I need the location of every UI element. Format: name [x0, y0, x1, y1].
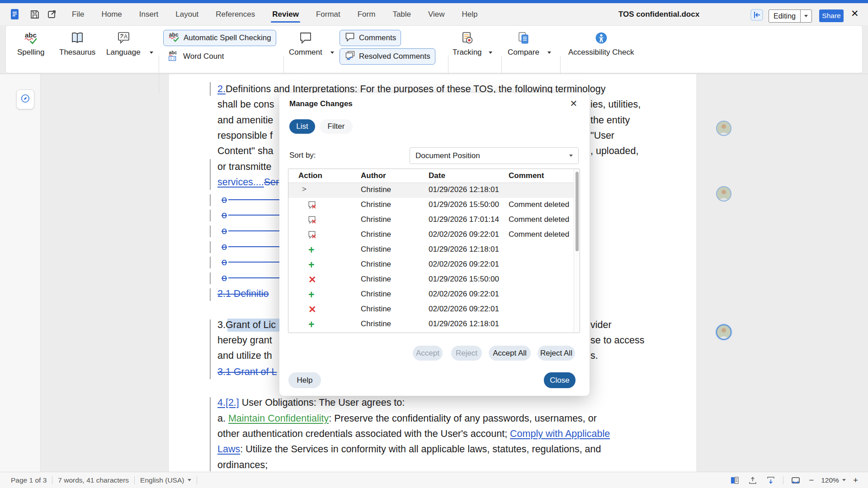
sort-by-select[interactable]: Document Position	[410, 147, 579, 164]
accept-all-button[interactable]: Accept All	[489, 346, 531, 361]
comment-deleted-icon	[307, 215, 317, 227]
change-row[interactable]: + Christine02/02/2026 09:22:01	[288, 287, 576, 302]
menu-bar: File Home Insert Layout References Revie…	[0, 3, 868, 25]
document-line-fragment: se to access	[590, 334, 645, 347]
tab-list[interactable]: List	[289, 119, 315, 134]
menu-review[interactable]: Review	[264, 3, 307, 25]
insertion-icon: +	[308, 245, 314, 255]
document-line: other authentication credentials associa…	[217, 427, 610, 440]
close-button[interactable]: Close	[544, 372, 576, 388]
document-line-fragment: ies, utilities,	[590, 98, 641, 111]
word-count-indicator[interactable]: 7 words, 41 characters	[58, 476, 129, 484]
document-line: shall be cons	[217, 98, 274, 111]
dialog-close-icon[interactable]: ✕	[568, 98, 580, 109]
comment-avatar[interactable]	[716, 186, 731, 202]
change-row[interactable]: + Christine01/29/2026 12:18:01	[288, 317, 576, 332]
document-line-fragment: s.	[590, 349, 598, 362]
document-line: and utilize th	[217, 349, 272, 362]
change-bar	[210, 82, 211, 96]
help-button[interactable]: Help	[288, 372, 321, 388]
manage-changes-dialog: Manage Changes ✕ List Filter Sort by: Do…	[279, 93, 590, 396]
accept-button[interactable]: Accept	[413, 346, 443, 361]
comment-avatar[interactable]	[716, 121, 731, 136]
svg-text:1 2: 1 2	[170, 56, 175, 61]
reject-button[interactable]: Reject	[451, 346, 482, 361]
fit-page-icon[interactable]	[746, 474, 760, 486]
page-indicator[interactable]: Page 1 of 3	[11, 476, 47, 484]
change-row[interactable]: ✕ Christine01/29/2026 15:50:00	[288, 272, 576, 287]
change-row[interactable]: > Christine01/29/2026 12:18:01	[288, 183, 576, 198]
svg-text:A: A	[124, 33, 127, 40]
language-button[interactable]: A Language	[106, 31, 141, 57]
save-icon[interactable]	[30, 9, 40, 21]
change-row[interactable]: + Christine02/02/2026 09:22:01	[288, 258, 576, 272]
change-row[interactable]: + Christine01/29/2026 12:18:01	[288, 243, 576, 258]
resolved-comments-icon	[344, 50, 355, 63]
editing-mode-dropdown[interactable]	[800, 10, 811, 22]
fit-to-width-icon[interactable]	[789, 474, 802, 486]
comment-deleted-icon	[307, 230, 317, 242]
word-count-button[interactable]: abc1 2 Word Count	[163, 48, 228, 65]
comment-button[interactable]: Comment	[289, 31, 322, 57]
comments-toggle[interactable]: Comments	[340, 30, 401, 46]
menu-view[interactable]: View	[420, 3, 453, 25]
menu-home[interactable]: Home	[93, 3, 130, 25]
document-line: and amenitie	[217, 114, 273, 127]
deleted-bullet: o	[222, 193, 227, 206]
select-caret-icon	[569, 155, 573, 157]
thesaurus-button[interactable]: Thesaurus	[59, 31, 95, 57]
compare-button[interactable]: Compare	[508, 31, 539, 57]
deleted-bullet: o	[222, 240, 227, 253]
tracking-button[interactable]: Tracking	[453, 31, 482, 57]
tab-filter[interactable]: Filter	[320, 119, 353, 134]
compare-dropdown-icon[interactable]	[547, 47, 551, 56]
review-toolbar: abc Spelling Thesaurus A Language abc Au…	[5, 25, 863, 73]
language-dropdown-icon[interactable]	[150, 47, 153, 56]
language-caret-icon[interactable]	[188, 479, 191, 481]
table-scrollbar[interactable]	[574, 169, 580, 333]
menu-table[interactable]: Table	[384, 3, 420, 25]
deletion-icon: ✕	[308, 305, 316, 314]
menu-file[interactable]: File	[63, 3, 93, 25]
accessibility-check-button[interactable]: Accessibility Check	[568, 31, 634, 57]
fit-width-icon[interactable]	[764, 474, 778, 486]
deleted-bullet: o	[222, 272, 227, 284]
change-row[interactable]: Christine01/29/2026 17:01:14Comment dele…	[288, 213, 576, 228]
navigation-panel-button[interactable]	[16, 89, 34, 109]
scrollbar-thumb[interactable]	[576, 172, 579, 251]
changes-table[interactable]: Action Author Date Comment > Christine01…	[288, 169, 580, 333]
tracking-icon	[460, 31, 474, 47]
zoom-in-button[interactable]: +	[853, 475, 858, 485]
comment-deleted-icon	[307, 200, 317, 212]
spelling-button[interactable]: abc Spelling	[17, 31, 45, 57]
comment-avatar-active[interactable]	[716, 324, 731, 340]
change-row[interactable]: Christine01/29/2026 15:50:00Comment dele…	[288, 198, 576, 213]
menu-help[interactable]: Help	[453, 3, 486, 25]
reject-all-button[interactable]: Reject All	[538, 346, 575, 361]
change-bar	[210, 397, 211, 471]
document-line: responsible f	[217, 129, 273, 142]
zoom-level[interactable]: 120%	[821, 476, 839, 484]
page-view-icon[interactable]	[728, 474, 741, 486]
share-button[interactable]: Share	[819, 9, 844, 22]
document-line: Laws: Utilize the Services in conformity…	[217, 443, 601, 455]
menu-references[interactable]: References	[207, 3, 264, 25]
comment-dropdown-icon[interactable]	[330, 47, 334, 56]
menu-format[interactable]: Format	[307, 3, 349, 25]
change-row[interactable]: Christine02/02/2026 09:22:01Comment dele…	[288, 228, 576, 243]
auto-spellcheck-toggle[interactable]: abc Automatic Spell Checking	[163, 30, 276, 46]
menu-form[interactable]: Form	[349, 3, 384, 25]
tracking-dropdown-icon[interactable]	[489, 47, 492, 56]
collapse-toolbar-icon[interactable]	[750, 9, 763, 23]
resolved-comments-toggle[interactable]: Resolved Comments	[340, 48, 435, 65]
menu-insert[interactable]: Insert	[131, 3, 167, 25]
editing-mode-button[interactable]: Editing	[769, 9, 812, 23]
zoom-out-button[interactable]: −	[809, 475, 814, 485]
language-indicator[interactable]: English (USA)	[140, 476, 184, 484]
change-row[interactable]: ✕ Christine02/02/2026 09:22:01	[288, 302, 576, 317]
file-location-icon[interactable]	[47, 9, 57, 21]
expand-chevron-icon[interactable]: >	[302, 185, 307, 194]
close-window-icon[interactable]: ✕	[851, 8, 859, 19]
menu-layout[interactable]: Layout	[167, 3, 207, 25]
zoom-caret-icon[interactable]	[842, 479, 846, 481]
